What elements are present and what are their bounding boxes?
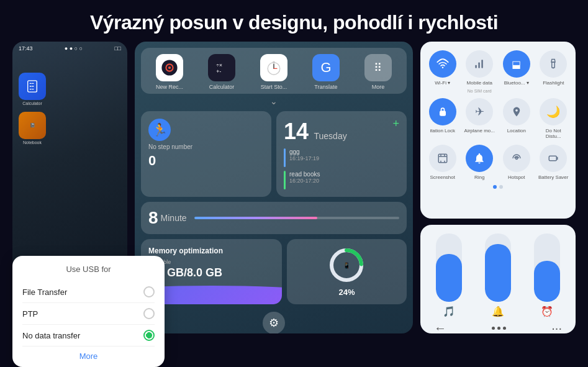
qs-item-location[interactable]: Location	[500, 98, 533, 140]
notebook-label: Notebook	[19, 140, 46, 145]
battery-percent: 24%	[338, 288, 355, 297]
usb-option-ptp[interactable]: PTP	[22, 303, 155, 325]
qs-dot-1	[493, 185, 497, 189]
wifi-label: Wi-Fi ▾	[435, 80, 450, 86]
date-plus-icon[interactable]: +	[392, 117, 399, 130]
battery-saver-button[interactable]	[540, 145, 567, 172]
location-button[interactable]	[503, 98, 530, 125]
event-bar-0	[284, 148, 286, 167]
svg-rect-16	[482, 60, 484, 68]
stopwatch-icon	[260, 54, 287, 81]
gear-button[interactable]: ⚙	[263, 312, 285, 333]
ring-button[interactable]	[466, 145, 493, 172]
svg-text:📱: 📱	[343, 261, 351, 270]
qs-item-flashlight[interactable]: Flashlight	[538, 50, 570, 93]
phone-apps-column: Calculator 📓 Notebook	[19, 73, 46, 145]
calculator-app-label: Calculator	[209, 84, 235, 90]
more-apps-label: More	[372, 84, 385, 90]
usb-ptp-radio[interactable]	[143, 308, 155, 319]
phone-battery: □□	[114, 45, 121, 52]
qs-item-battery-saver[interactable]: Battery Saver	[538, 145, 570, 181]
usb-file-transfer-label: File Transfer	[22, 288, 67, 297]
dnd-label: Do Not Distu...	[538, 128, 570, 140]
qs-item-dnd[interactable]: 🌙 Do Not Distu...	[538, 98, 570, 140]
event-time-0: 16:19-17:19	[289, 155, 319, 161]
bar-group-music: 🎵	[428, 233, 471, 317]
qs-item-wifi[interactable]: Wi-Fi ▾	[427, 50, 459, 93]
stopwatch-label: Start Sto...	[261, 84, 287, 90]
rotation-lock-label: itation Lock	[430, 128, 455, 134]
translate-label: Translate	[314, 84, 337, 90]
date-card: 14 Tuesday + ggg 16:19-17:19 read books …	[276, 111, 407, 197]
usb-file-transfer-radio[interactable]	[143, 286, 155, 297]
more-dots[interactable]: ···	[551, 321, 562, 335]
phone-app-calculator[interactable]: Calculator	[19, 73, 46, 106]
airplane-label: Airplane mo...	[464, 128, 495, 134]
usb-title: Use USB for	[22, 265, 155, 274]
usb-no-data-label: No data transfer	[22, 331, 80, 340]
calculator-app-icon[interactable]	[19, 73, 46, 100]
event-name-1: read books	[289, 171, 320, 178]
svg-rect-18	[552, 62, 555, 68]
event-name-0: ggg	[289, 148, 319, 155]
minute-progress-fill	[194, 217, 317, 219]
mobile-data-sublabel: No SIM card	[468, 89, 492, 93]
qs-item-ring[interactable]: Ring	[464, 145, 496, 181]
music-icon: 🎵	[443, 306, 455, 317]
flashlight-button[interactable]	[540, 50, 567, 78]
back-arrow[interactable]: ←	[434, 321, 446, 335]
rotation-lock-button[interactable]	[429, 98, 456, 125]
airplane-button[interactable]: ✈	[466, 98, 493, 125]
qs-item-hotspot[interactable]: Hotspot	[500, 145, 533, 181]
dnd-button[interactable]: 🌙	[540, 98, 567, 125]
usb-option-file-transfer[interactable]: File Transfer	[22, 281, 155, 303]
translate-icon: G	[312, 54, 340, 81]
usb-no-data-radio[interactable]	[143, 330, 155, 341]
notebook-app-icon[interactable]: 📓	[19, 112, 46, 139]
app-item-recorder[interactable]: New Rec...	[156, 54, 183, 90]
date-day: 14	[284, 119, 309, 144]
bar-chart-panel: 🎵 🔔 ⏰ ←	[420, 225, 576, 333]
usb-option-no-data[interactable]: No data transfer	[22, 325, 155, 347]
ring-label: Ring	[474, 174, 484, 181]
app-item-more[interactable]: ⠿ More	[364, 54, 392, 90]
memory-battery-row: Memory optimization Available 5.6 GB/8.0…	[141, 239, 407, 304]
page-title: Výrazný posun v designu, pohodlí i rychl…	[0, 0, 588, 42]
app-item-stopwatch[interactable]: Start Sto...	[260, 54, 287, 90]
svg-text:÷×: ÷×	[216, 62, 222, 68]
wifi-button[interactable]	[429, 50, 456, 78]
bluetooth-button[interactable]: ⬓	[503, 50, 530, 78]
qs-item-bluetooth[interactable]: ⬓ Bluetoo... ▾	[500, 50, 533, 93]
usb-more-button[interactable]: More	[22, 351, 155, 361]
alarm-icon: ⏰	[541, 306, 553, 317]
svg-point-3	[168, 66, 171, 69]
event-item-0: ggg 16:19-17:19	[284, 148, 399, 167]
usb-ptp-label: PTP	[22, 309, 38, 319]
bar-outer-ring	[485, 233, 511, 302]
phone-app-notebook[interactable]: 📓 Notebook	[19, 112, 46, 145]
hotspot-button[interactable]	[503, 145, 530, 172]
bell-icon: 🔔	[492, 306, 504, 317]
qs-item-screenshot[interactable]: Screenshot	[427, 145, 459, 181]
app-item-calculator[interactable]: ÷× +- Calculator	[208, 54, 235, 90]
qs-item-rotation-lock[interactable]: itation Lock	[427, 98, 459, 140]
recorder-label: New Rec...	[156, 84, 183, 90]
bar-outer-music	[436, 233, 462, 302]
app-row: New Rec... ÷× +- Calculator	[141, 48, 407, 94]
qs-item-airplane[interactable]: ✈ Airplane mo...	[464, 98, 496, 140]
screens-row: 17:43 ● ● ○ ○ □□ Calculator 📓 Notebook ⊞	[0, 42, 588, 333]
step-date-row: 🏃 No step number 0 14 Tuesday + ggg 16:1…	[141, 111, 407, 197]
screenshot-button[interactable]	[429, 145, 456, 172]
battery-saver-label: Battery Saver	[538, 174, 568, 181]
qs-pagination-dots	[427, 185, 569, 189]
hotspot-label: Hotspot	[508, 174, 525, 181]
qs-item-mobile-data[interactable]: Mobile data No SIM card	[464, 50, 496, 93]
gear-row: ⚙	[141, 309, 407, 333]
step-label: No step number	[148, 143, 264, 150]
mobile-data-button[interactable]	[466, 50, 493, 78]
minute-card: 8 Minute	[141, 202, 407, 234]
phone-status-bar: 17:43 ● ● ○ ○ □□	[12, 42, 127, 53]
svg-point-13	[442, 67, 444, 69]
app-item-translate[interactable]: G Translate	[312, 54, 340, 90]
runner-icon: 🏃	[148, 119, 171, 141]
